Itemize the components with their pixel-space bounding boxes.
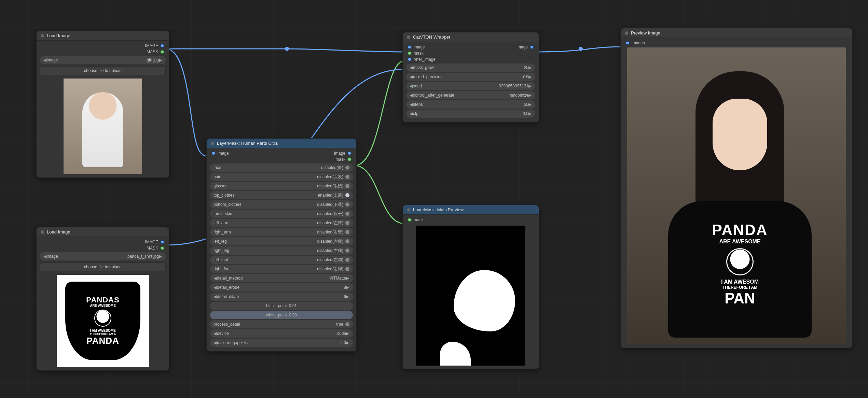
output-mask[interactable]: mask: [210, 156, 353, 162]
param-part-top_clothes[interactable]: top_clothesenabled(上装): [210, 191, 353, 199]
port-refer-image-in-icon[interactable]: [408, 57, 412, 61]
param-max-megapixels[interactable]: ◀ max_megapixels 2.0 ▶: [210, 339, 353, 347]
output-mask[interactable]: MASK: [40, 49, 166, 55]
upload-button[interactable]: choose file to upload: [40, 66, 166, 75]
chevron-right-icon[interactable]: ▶: [528, 84, 532, 88]
chevron-right-icon[interactable]: ▶: [346, 340, 349, 345]
node-load-image-2[interactable]: Load Image IMAGE MASK ◀ image panda_t_sh…: [36, 227, 169, 371]
collapse-dot-icon[interactable]: [211, 142, 214, 145]
node-header[interactable]: LayerMask: Human Parts Ultra: [207, 139, 356, 148]
chevron-left-icon[interactable]: ◀: [213, 340, 217, 345]
output-image[interactable]: IMAGE: [40, 239, 166, 245]
toggle-dot-icon[interactable]: [345, 212, 349, 216]
chevron-right-icon[interactable]: ▶: [346, 285, 349, 290]
chevron-right-icon[interactable]: ▶: [528, 93, 532, 98]
param-device[interactable]: ◀ device cuda ▶: [210, 329, 353, 338]
output-image[interactable]: image: [334, 151, 352, 156]
node-preview-image[interactable]: Preview Image images PANDA ARE AWESOME I…: [620, 28, 853, 348]
input-image[interactable]: image: [211, 151, 229, 156]
chevron-right-icon[interactable]: ▶: [346, 294, 349, 299]
port-mask-out-icon[interactable]: [160, 246, 164, 250]
toggle-dot-icon[interactable]: [345, 175, 349, 179]
param-part-hair[interactable]: hairdisabled(头发): [210, 173, 353, 181]
port-mask-in-icon[interactable]: [408, 218, 412, 222]
input-refer-image[interactable]: refer_image: [406, 56, 535, 62]
param-image-select[interactable]: ◀ image girl.jpg ▶: [40, 56, 166, 64]
chevron-right-icon[interactable]: ▶: [159, 254, 162, 259]
param-part-right_arm[interactable]: right_armdisabled(右臂): [210, 228, 353, 236]
param-detail-dilate[interactable]: ◀ detail_dilate 6 ▶: [210, 293, 353, 301]
collapse-dot-icon[interactable]: [407, 35, 410, 39]
param-mixed_precision[interactable]: ◀mixed_precisionfp16▶: [406, 73, 535, 81]
param-part-bottom_clothes[interactable]: bottom_clothesdisabled(下装): [210, 200, 353, 209]
input-mask[interactable]: mask: [406, 217, 535, 223]
param-detail-erode[interactable]: ◀ detail_erode 8 ▶: [210, 283, 353, 292]
chevron-left-icon[interactable]: ◀: [410, 111, 413, 116]
output-image[interactable]: IMAGE: [40, 43, 166, 49]
chevron-left-icon[interactable]: ◀: [213, 294, 217, 299]
node-header[interactable]: Load Image: [37, 31, 169, 41]
port-mask-out-icon[interactable]: [347, 157, 352, 161]
param-process-detail[interactable]: process_detail true: [210, 320, 353, 328]
param-part-right_leg[interactable]: right_legdisabled(右腿): [210, 246, 353, 255]
param-part-torso_skin[interactable]: torso_skindisabled(躯干): [210, 210, 353, 218]
toggle-dot-icon[interactable]: [345, 184, 349, 188]
chevron-left-icon[interactable]: ◀: [410, 102, 413, 107]
port-image-in-icon[interactable]: [211, 151, 216, 155]
input-image[interactable]: image: [408, 45, 425, 49]
collapse-dot-icon[interactable]: [625, 31, 628, 35]
output-mask[interactable]: MASK: [40, 245, 166, 251]
output-image[interactable]: image: [516, 45, 534, 49]
chevron-left-icon[interactable]: ◀: [43, 254, 47, 259]
toggle-dot-icon[interactable]: [345, 166, 349, 170]
node-layermask-human-parts[interactable]: LayerMask: Human Parts Ultra image image…: [206, 138, 357, 352]
toggle-dot-icon[interactable]: [345, 248, 349, 253]
node-header[interactable]: Load Image: [37, 227, 169, 237]
toggle-dot-icon[interactable]: [345, 193, 349, 197]
param-white-point[interactable]: white_point 0.99: [210, 311, 353, 319]
toggle-dot-icon[interactable]: [345, 221, 349, 225]
chevron-left-icon[interactable]: ◀: [410, 93, 413, 98]
node-load-image-1[interactable]: Load Image IMAGE MASK ◀ image girl.jpg ▶…: [36, 31, 169, 178]
input-images[interactable]: images: [624, 40, 849, 46]
param-mask_grow[interactable]: ◀mask_grow25▶: [406, 63, 535, 72]
toggle-dot-icon[interactable]: [345, 230, 349, 234]
chevron-right-icon[interactable]: ▶: [528, 111, 532, 116]
chevron-right-icon[interactable]: ▶: [528, 102, 532, 107]
collapse-dot-icon[interactable]: [41, 230, 44, 234]
param-part-left_leg[interactable]: left_legdisabled(左腿): [210, 237, 353, 245]
chevron-left-icon[interactable]: ◀: [213, 276, 217, 281]
port-image-out-icon[interactable]: [530, 45, 534, 49]
toggle-dot-icon[interactable]: [345, 322, 349, 326]
param-seed[interactable]: ◀seed9390658395131▶: [406, 82, 535, 90]
port-image-in-icon[interactable]: [408, 45, 412, 49]
param-control_after_generate[interactable]: ◀control_after_generaterandomize▶: [406, 91, 535, 99]
port-image-out-icon[interactable]: [160, 44, 164, 48]
param-black-point[interactable]: black_point 0.01: [210, 302, 353, 310]
chevron-right-icon[interactable]: ▶: [346, 331, 349, 336]
node-header[interactable]: Preview Image: [621, 28, 852, 38]
chevron-left-icon[interactable]: ◀: [213, 285, 217, 290]
chevron-right-icon[interactable]: ▶: [528, 74, 532, 79]
chevron-right-icon[interactable]: ▶: [528, 65, 532, 70]
param-part-left_foot[interactable]: left_footdisabled(左脚): [210, 256, 353, 264]
port-image-out-icon[interactable]: [160, 240, 164, 244]
param-steps[interactable]: ◀steps50▶: [406, 100, 535, 109]
toggle-dot-icon[interactable]: [345, 267, 349, 271]
chevron-left-icon[interactable]: ◀: [410, 84, 413, 88]
param-part-face[interactable]: facedisabled(脸): [210, 164, 353, 172]
port-mask-in-icon[interactable]: [408, 51, 412, 55]
toggle-dot-icon[interactable]: [345, 202, 349, 207]
chevron-left-icon[interactable]: ◀: [410, 65, 413, 70]
toggle-dot-icon[interactable]: [345, 258, 349, 262]
param-part-glasses[interactable]: glassesdisabled(眼镜): [210, 182, 353, 190]
chevron-left-icon[interactable]: ◀: [43, 58, 47, 62]
port-mask-out-icon[interactable]: [160, 50, 164, 54]
toggle-dot-icon[interactable]: [345, 239, 349, 243]
collapse-dot-icon[interactable]: [41, 34, 44, 38]
port-image-out-icon[interactable]: [347, 151, 352, 155]
collapse-dot-icon[interactable]: [407, 208, 410, 212]
node-mask-preview[interactable]: LayerMask: MaskPreview mask: [402, 205, 539, 369]
param-part-right_foot[interactable]: right_footdisabled(右脚): [210, 265, 353, 273]
input-mask[interactable]: mask: [406, 50, 535, 56]
